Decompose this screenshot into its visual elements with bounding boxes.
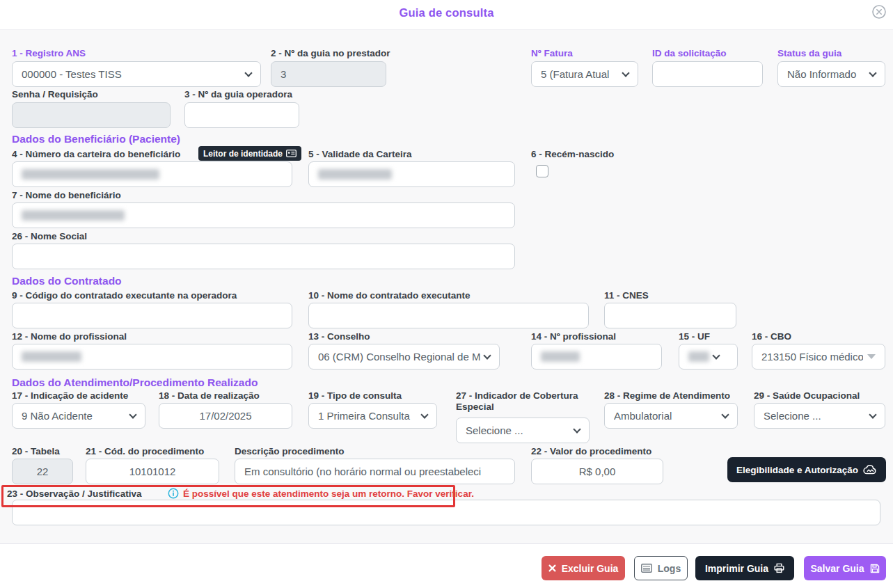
x-mark-icon xyxy=(548,564,556,572)
conselho-select[interactable]: 06 (CRM) Conselho Regional de M xyxy=(308,344,500,370)
validade-label: 5 - Validade da Carteira xyxy=(308,149,412,160)
data-realizacao-value: 17/02/2025 xyxy=(168,410,283,422)
guia-prestador-input: 3 xyxy=(271,61,386,87)
senha-input xyxy=(12,102,171,128)
num-profissional-input[interactable] xyxy=(531,344,662,370)
codigo-executante-input[interactable] xyxy=(12,303,292,328)
tipo-consulta-value: 1 Primeira Consulta xyxy=(318,410,418,422)
cnes-input[interactable] xyxy=(604,303,736,328)
cobertura-especial-select[interactable]: Selecione ... xyxy=(456,418,590,443)
valor-input[interactable]: R$ 0,00 xyxy=(531,459,663,484)
section-beneficiario-title: Dados do Beneficiário (Paciente) xyxy=(12,133,180,145)
nome-beneficiario-input[interactable] xyxy=(12,202,515,228)
chevron-down-icon xyxy=(622,69,629,77)
descricao-label: Descrição procedimento xyxy=(235,446,345,457)
excluir-guia-button[interactable]: Excluir Guia xyxy=(542,556,625,580)
observacao-input[interactable] xyxy=(12,500,880,525)
saude-ocupacional-value: Selecione ... xyxy=(764,410,866,422)
id-solicitacao-label: ID da solicitação xyxy=(652,48,727,59)
validade-input[interactable] xyxy=(308,161,515,187)
conselho-label: 13 - Conselho xyxy=(308,331,370,342)
imprimir-guia-label: Imprimir Guia xyxy=(705,563,768,574)
chevron-down-icon xyxy=(573,425,580,433)
printer-icon xyxy=(774,563,784,573)
section-contratado-title: Dados do Contratado xyxy=(12,275,122,287)
uf-label: 15 - UF xyxy=(679,331,710,342)
status-guia-label: Status da guia xyxy=(777,48,841,59)
valor-value: R$ 0,00 xyxy=(541,466,654,477)
page-title: Guia de consulta xyxy=(0,6,893,19)
cnes-label: 11 - CNES xyxy=(604,290,649,301)
cod-procedimento-label: 21 - Cód. do procedimento xyxy=(86,446,204,457)
chevron-down-icon xyxy=(244,69,252,77)
elegibilidade-autorizacao-button[interactable]: Elegibilidade e Autorização xyxy=(727,457,886,482)
leitor-identidade-label: Leitor de identidade xyxy=(203,149,283,159)
id-card-icon xyxy=(286,150,297,157)
recem-nascido-checkbox[interactable] xyxy=(536,165,548,177)
chevron-down-icon xyxy=(869,411,876,418)
cod-procedimento-value: 10101012 xyxy=(95,466,210,477)
carteira-input[interactable] xyxy=(12,161,292,187)
nome-profissional-input[interactable] xyxy=(12,344,292,370)
redacted-value xyxy=(688,351,709,362)
tabela-label: 20 - Tabela xyxy=(12,446,60,457)
chevron-down-icon xyxy=(721,411,729,418)
senha-label: Senha / Requisição xyxy=(12,89,98,100)
info-icon[interactable] xyxy=(168,488,179,499)
saude-ocupacional-label: 29 - Saúde Ocupacional xyxy=(754,390,860,402)
fatura-select[interactable]: 5 (Fatura Atual xyxy=(531,61,638,87)
registro-ans-value: 000000 - Testes TISS xyxy=(22,68,242,80)
registro-ans-select[interactable]: 000000 - Testes TISS xyxy=(12,61,261,87)
status-guia-select[interactable]: Não Informado xyxy=(777,61,885,87)
nome-social-input[interactable] xyxy=(12,244,515,269)
leitor-identidade-button[interactable]: Leitor de identidade xyxy=(198,146,301,161)
chevron-down-icon xyxy=(483,351,491,359)
uf-select[interactable] xyxy=(679,344,738,370)
tipo-consulta-select[interactable]: 1 Primeira Consulta xyxy=(308,403,437,429)
cbo-select[interactable]: 213150 Físico médico xyxy=(752,344,885,370)
cod-procedimento-input[interactable]: 10101012 xyxy=(86,459,219,484)
excluir-guia-label: Excluir Guia xyxy=(562,563,619,574)
indicacao-acidente-label: 17 - Indicação de acidente xyxy=(12,390,128,402)
list-box-icon xyxy=(641,564,652,573)
guia-operadora-input[interactable] xyxy=(184,102,299,128)
observacao-label: 23 - Observação / Justificativa xyxy=(7,488,142,500)
nome-social-label: 26 - Nome Social xyxy=(12,231,87,242)
descricao-value: Em consultório (no horário normal ou pre… xyxy=(244,466,505,477)
id-solicitacao-input[interactable] xyxy=(652,61,763,87)
valor-label: 22 - Valor do procedimento xyxy=(531,446,651,457)
triangle-down-icon xyxy=(867,354,876,359)
fatura-value: 5 (Fatura Atual xyxy=(541,68,619,80)
tipo-consulta-label: 19 - Tipo de consulta xyxy=(308,390,402,402)
indicacao-acidente-value: 9 Não Acidente xyxy=(22,410,126,422)
cloud-sync-icon xyxy=(863,465,877,475)
saude-ocupacional-select[interactable]: Selecione ... xyxy=(754,403,885,429)
data-realizacao-input[interactable]: 17/02/2025 xyxy=(159,403,292,429)
chevron-down-icon xyxy=(869,69,876,77)
redacted-value xyxy=(22,169,159,180)
status-guia-value: Não Informado xyxy=(787,68,866,80)
close-icon[interactable] xyxy=(871,4,887,19)
logs-button[interactable]: Logs xyxy=(634,556,688,580)
conselho-value: 06 (CRM) Conselho Regional de M xyxy=(318,351,480,363)
guia-consulta-modal: Guia de consulta 1 - Registro ANS 000000… xyxy=(0,0,893,588)
imprimir-guia-button[interactable]: Imprimir Guia xyxy=(695,556,794,580)
registro-ans-label: 1 - Registro ANS xyxy=(12,48,86,59)
tabela-value: 22 xyxy=(22,466,63,477)
guia-prestador-label: 2 - Nº da guia no prestador xyxy=(271,48,390,59)
guia-prestador-value: 3 xyxy=(280,68,377,80)
regime-select[interactable]: Ambulatorial xyxy=(604,403,738,429)
cbo-value: 213150 Físico médico xyxy=(761,351,863,363)
guia-operadora-label: 3 - Nº da guia operadora xyxy=(184,89,292,100)
elegibilidade-label: Elegibilidade e Autorização xyxy=(736,465,858,475)
indicacao-acidente-select[interactable]: 9 Não Acidente xyxy=(12,403,145,429)
regime-value: Ambulatorial xyxy=(614,410,718,422)
cbo-label: 16 - CBO xyxy=(752,331,791,342)
tabela-input: 22 xyxy=(12,459,73,484)
chevron-down-icon xyxy=(420,411,428,418)
salvar-guia-button[interactable]: Salvar Guia xyxy=(804,556,886,580)
retorno-alert-text: É possível que este atendimento seja um … xyxy=(183,488,474,499)
descricao-input[interactable]: Em consultório (no horário normal ou pre… xyxy=(235,459,515,484)
nome-executante-input[interactable] xyxy=(308,303,589,328)
redacted-value xyxy=(22,210,125,221)
